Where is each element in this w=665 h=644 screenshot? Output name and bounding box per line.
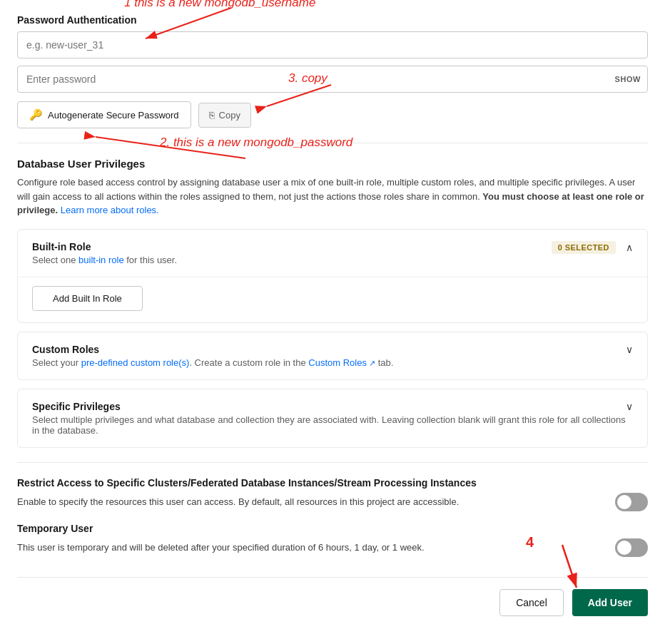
built-in-role-header[interactable]: Built-in Role Select one built-in role f… (18, 230, 647, 277)
autogenerate-button[interactable]: 🔑 Autogenerate Secure Password (17, 101, 191, 128)
specific-privileges-chevron-down-icon: ∨ (626, 401, 633, 412)
password-auth-section: Password Authentication 1 this is a new … (17, 14, 648, 128)
specific-privileges-section: Specific Privileges Select multiple priv… (17, 389, 648, 448)
temporary-user-slider (615, 538, 648, 557)
username-input[interactable] (17, 31, 648, 58)
temporary-user-desc: This user is temporary and will be delet… (17, 541, 425, 555)
svg-line-3 (96, 137, 245, 158)
custom-roles-name: Custom Roles (32, 344, 626, 355)
built-in-role-link[interactable]: built-in role (78, 255, 124, 265)
password-input[interactable] (17, 66, 648, 93)
custom-roles-tab-link[interactable]: Custom Roles (308, 357, 375, 368)
temporary-user-toggle[interactable] (615, 538, 648, 557)
db-privileges-desc: Configure role based access control by a… (17, 175, 648, 218)
restrict-access-slider (615, 493, 648, 511)
page-wrapper: Password Authentication 1 this is a new … (17, 14, 648, 616)
built-in-role-body: Add Built In Role (18, 277, 647, 322)
built-in-role-name: Built-in Role (32, 241, 552, 252)
custom-roles-header[interactable]: Custom Roles Select your pre-defined cus… (18, 332, 647, 379)
restrict-access-section: Restrict Access to Specific Clusters/Fed… (17, 477, 648, 511)
db-privileges-section: Database User Privileges Configure role … (17, 158, 648, 448)
db-privileges-title: Database User Privileges (17, 158, 648, 170)
restrict-access-title: Restrict Access to Specific Clusters/Fed… (17, 477, 648, 489)
custom-roles-link[interactable]: pre-defined custom role(s) (81, 357, 190, 368)
custom-roles-desc: Select your pre-defined custom role(s). … (32, 357, 626, 368)
restrict-access-desc: Enable to specify the resources this use… (17, 495, 459, 509)
add-built-in-role-button[interactable]: Add Built In Role (32, 286, 143, 311)
cancel-button[interactable]: Cancel (499, 589, 564, 616)
footer-buttons: Cancel Add User (17, 577, 648, 616)
copy-button[interactable]: ⎘ Copy (198, 103, 251, 128)
specific-privileges-name: Specific Privileges (32, 401, 626, 412)
built-in-role-badge: 0 SELECTED (552, 241, 616, 254)
temporary-user-toggle-row: This user is temporary and will be delet… (17, 538, 648, 557)
autogenerate-label: Autogenerate Secure Password (48, 110, 179, 121)
restrict-access-toggle[interactable] (615, 493, 648, 511)
specific-privileges-desc: Select multiple privileges and what data… (32, 414, 626, 436)
custom-roles-section: Custom Roles Select your pre-defined cus… (17, 332, 648, 380)
add-user-button[interactable]: Add User (572, 589, 648, 616)
restrict-access-toggle-row: Enable to specify the resources this use… (17, 493, 648, 511)
built-in-role-chevron-up-icon: ∧ (626, 242, 633, 253)
show-password-button[interactable]: SHOW (615, 75, 641, 83)
temporary-user-section: Temporary User This user is temporary an… (17, 523, 648, 557)
built-in-role-section: Built-in Role Select one built-in role f… (17, 229, 648, 323)
learn-more-link[interactable]: Learn more about roles. (61, 205, 159, 215)
copy-icon: ⎘ (209, 110, 215, 121)
specific-privileges-header[interactable]: Specific Privileges Select multiple priv… (18, 389, 647, 447)
password-auth-title: Password Authentication (17, 14, 648, 26)
password-field-wrapper: SHOW (17, 66, 648, 93)
built-in-role-desc: Select one built-in role for this user. (32, 255, 552, 265)
custom-roles-chevron-down-icon: ∨ (626, 344, 633, 355)
annotation-1: 1 this is a new mongodb_username (124, 0, 315, 10)
footer-area: 4 Cancel Add User (17, 577, 648, 616)
copy-label: Copy (219, 110, 240, 121)
temporary-user-title: Temporary User (17, 523, 648, 534)
key-icon: 🔑 (29, 108, 43, 121)
